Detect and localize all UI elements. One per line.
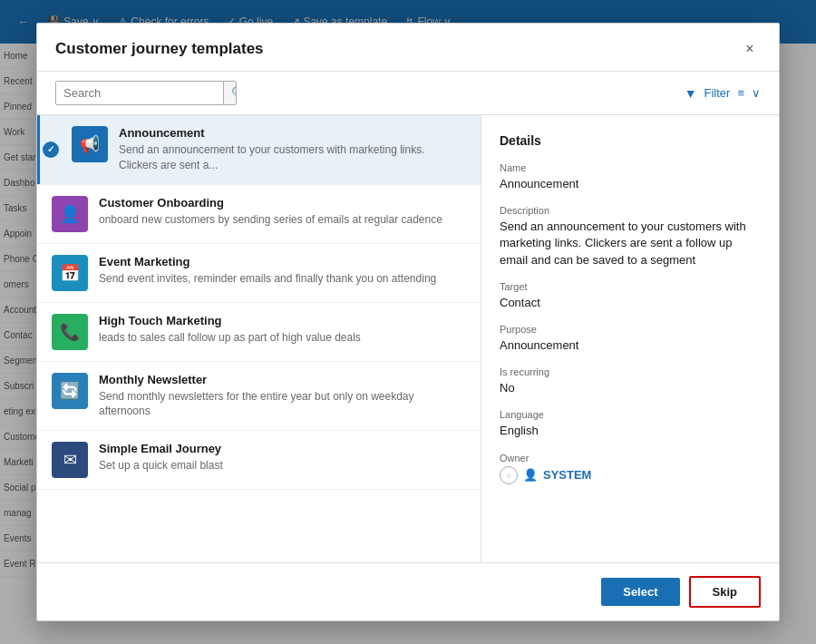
- high-touch-marketing-icon: 📞: [52, 314, 88, 350]
- event-marketing-description: Send event invites, reminder emails and …: [99, 271, 466, 287]
- detail-owner-label: Owner: [500, 453, 761, 463]
- detail-description-field: Description Send an announcement to your…: [500, 205, 761, 268]
- customer-journey-templates-modal: Customer journey templates × 🔍 ▼ Filter …: [36, 23, 780, 621]
- sort-icon: ≡: [737, 86, 744, 100]
- detail-language-value: English: [500, 423, 761, 439]
- detail-recurring-label: Is recurring: [500, 366, 761, 377]
- simple-email-journey-info: Simple Email Journey Set up a quick emai…: [99, 442, 466, 473]
- high-touch-marketing-description: leads to sales call follow up as part of…: [99, 330, 466, 346]
- template-item-announcement[interactable]: 📢 Announcement Send an announcement to y…: [37, 115, 481, 185]
- modal-header: Customer journey templates ×: [37, 24, 779, 72]
- simple-email-journey-name: Simple Email Journey: [99, 442, 466, 455]
- announcement-name: Announcement: [119, 126, 466, 140]
- detail-target-label: Target: [500, 281, 761, 292]
- event-marketing-info: Event Marketing Send event invites, remi…: [99, 255, 466, 287]
- close-button[interactable]: ×: [739, 38, 761, 60]
- monthly-newsletter-description: Send monthly newsletters for the entire …: [99, 389, 466, 420]
- high-touch-marketing-name: High Touch Marketing: [99, 314, 466, 327]
- detail-language-field: Language English: [500, 409, 761, 439]
- detail-purpose-value: Announcement: [500, 337, 761, 354]
- customer-onboarding-icon: 👤: [52, 196, 88, 232]
- owner-system-link[interactable]: SYSTEM: [543, 468, 591, 482]
- detail-name-value: Announcement: [500, 176, 761, 192]
- owner-user-icon: 👤: [523, 468, 538, 482]
- filter-area[interactable]: ▼ Filter ≡ ∨: [685, 86, 761, 101]
- modal-toolbar: 🔍 ▼ Filter ≡ ∨: [37, 72, 779, 115]
- template-item-event-marketing[interactable]: 📅 Event Marketing Send event invites, re…: [37, 244, 481, 303]
- monthly-newsletter-icon: 🔄: [52, 373, 88, 409]
- detail-language-label: Language: [500, 409, 761, 420]
- high-touch-marketing-info: High Touch Marketing leads to sales call…: [99, 314, 466, 346]
- detail-description-value: Send an announcement to your customers w…: [500, 219, 761, 268]
- detail-name-field: Name Announcement: [500, 162, 761, 192]
- templates-list-panel: 📢 Announcement Send an announcement to y…: [37, 115, 481, 562]
- modal-title: Customer journey templates: [55, 40, 264, 58]
- detail-target-value: Contact: [500, 295, 761, 311]
- modal-overlay: Customer journey templates × 🔍 ▼ Filter …: [0, 0, 816, 644]
- customer-onboarding-description: onboard new customers by sending series …: [99, 212, 466, 228]
- detail-owner-field: Owner ○ 👤 SYSTEM: [500, 453, 761, 484]
- search-input[interactable]: [56, 82, 223, 104]
- detail-recurring-value: No: [500, 380, 761, 396]
- detail-purpose-label: Purpose: [500, 324, 761, 335]
- modal-body: 📢 Announcement Send an announcement to y…: [37, 115, 779, 562]
- announcement-description: Send an announcement to your customers w…: [119, 142, 466, 173]
- skip-button[interactable]: Skip: [689, 576, 761, 608]
- customer-onboarding-info: Customer Onboarding onboard new customer…: [99, 196, 466, 228]
- expand-icon: ∨: [752, 86, 761, 100]
- owner-row: ○ 👤 SYSTEM: [500, 466, 761, 484]
- simple-email-journey-description: Set up a quick email blast: [99, 458, 466, 473]
- detail-description-label: Description: [500, 205, 761, 216]
- selected-check-icon: [43, 141, 59, 158]
- monthly-newsletter-info: Monthly Newsletter Send monthly newslett…: [99, 373, 466, 420]
- owner-circle-icon: ○: [500, 466, 518, 484]
- template-item-high-touch-marketing[interactable]: 📞 High Touch Marketing leads to sales ca…: [37, 303, 481, 362]
- detail-target-field: Target Contact: [500, 281, 761, 311]
- announcement-icon: 📢: [72, 126, 108, 162]
- details-panel: Details Name Announcement Description Se…: [481, 115, 779, 562]
- detail-name-label: Name: [500, 162, 761, 173]
- template-item-customer-onboarding[interactable]: 👤 Customer Onboarding onboard new custom…: [37, 185, 481, 244]
- search-button[interactable]: 🔍: [223, 82, 237, 104]
- customer-onboarding-name: Customer Onboarding: [99, 196, 466, 210]
- detail-purpose-field: Purpose Announcement: [500, 324, 761, 354]
- event-marketing-name: Event Marketing: [99, 255, 466, 268]
- announcement-info: Announcement Send an announcement to you…: [119, 126, 466, 173]
- filter-label: Filter: [704, 86, 731, 100]
- modal-footer: Select Skip: [37, 562, 779, 620]
- select-button[interactable]: Select: [601, 578, 679, 606]
- simple-email-journey-icon: ✉: [52, 442, 88, 478]
- template-item-monthly-newsletter[interactable]: 🔄 Monthly Newsletter Send monthly newsle…: [37, 362, 481, 432]
- details-section-title: Details: [500, 133, 761, 148]
- event-marketing-icon: 📅: [52, 255, 88, 291]
- template-item-simple-email-journey[interactable]: ✉ Simple Email Journey Set up a quick em…: [37, 431, 481, 490]
- monthly-newsletter-name: Monthly Newsletter: [99, 373, 466, 386]
- detail-recurring-field: Is recurring No: [500, 366, 761, 396]
- filter-icon: ▼: [685, 86, 697, 101]
- search-box: 🔍: [55, 81, 237, 105]
